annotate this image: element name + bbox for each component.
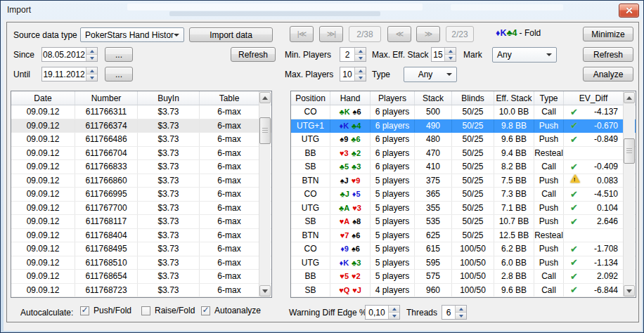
- hand-row[interactable]: BTN♠J♥95 players37550/257.5 BBPush!0.083: [291, 174, 636, 188]
- close-button[interactable]: [619, 4, 639, 18]
- tournament-row[interactable]: 09.09.12611766311$3.736-max: [11, 105, 271, 119]
- hand-row[interactable]: CO♣J♦55 players36550/257.3 BBCall✔-4.510: [291, 188, 636, 202]
- titlebar[interactable]: Import: [1, 1, 643, 20]
- column-header-players[interactable]: Players: [371, 91, 415, 105]
- minimize-button[interactable]: Minimize: [583, 27, 633, 41]
- threads-field[interactable]: 6: [442, 305, 467, 320]
- scrollbar-thumb[interactable]: [259, 117, 271, 144]
- refresh-right-button[interactable]: Refresh: [583, 47, 633, 62]
- table-cell: 5 players: [371, 256, 415, 270]
- column-header-hand[interactable]: Hand: [330, 91, 371, 105]
- min-players-field[interactable]: 2: [340, 47, 366, 62]
- warning-diff-edge-field[interactable]: 0,10: [365, 305, 400, 320]
- warning-diff-edge-spinner[interactable]: [388, 306, 399, 319]
- prev-tournament-button[interactable]: ≪: [387, 26, 411, 42]
- until-date-field[interactable]: 19.11.2012: [41, 67, 98, 81]
- since-date-spinner[interactable]: [86, 48, 97, 61]
- table-cell: ♦K♣3: [330, 256, 371, 270]
- checkbox-icon[interactable]: [80, 306, 89, 315]
- tournament-row[interactable]: 09.09.12611768654$3.736-max: [11, 270, 271, 284]
- table-cell: 6 players: [371, 133, 415, 146]
- column-header-position[interactable]: Position: [291, 91, 330, 105]
- column-header-table[interactable]: Table: [200, 91, 259, 105]
- push-fold-checkbox[interactable]: Push/Fold: [80, 306, 131, 315]
- first-hand-button[interactable]: |≪: [290, 26, 314, 42]
- column-header-date[interactable]: Date: [11, 91, 75, 105]
- hand-row[interactable]: BB♥5♥25 players575100/502.8 BBCall✔2.092: [291, 270, 636, 284]
- checkbox-icon[interactable]: [201, 306, 210, 315]
- min-players-spinner[interactable]: [354, 48, 366, 61]
- max-eff-stack-field[interactable]: 15: [431, 47, 456, 62]
- until-browse-button[interactable]: ...: [105, 67, 133, 81]
- threads-spinner[interactable]: [455, 306, 466, 319]
- table-cell: 5 players: [371, 215, 415, 228]
- column-header-buyin[interactable]: BuyIn: [138, 91, 200, 105]
- column-header-eff-stack[interactable]: Eff. Stack: [494, 91, 534, 105]
- column-header-ev-diff[interactable]: EV_Diff: [564, 91, 624, 105]
- last-hand-button[interactable]: ≫|: [319, 26, 343, 42]
- scroll-down-icon[interactable]: [624, 285, 635, 296]
- hand-row[interactable]: SB♣5♣36 players41050/258.2 BBCall✔-0.409: [291, 160, 636, 174]
- scroll-up-icon[interactable]: [624, 92, 635, 103]
- hand-row[interactable]: BTN♥7♠65 players62550/2512.5 BBResteal: [291, 229, 636, 243]
- next-tournament-button[interactable]: ≫: [416, 26, 440, 42]
- column-header-type[interactable]: Type: [534, 91, 564, 105]
- hand-row[interactable]: BB♥3♣26 players47050/259.4 BBResteal: [291, 147, 636, 161]
- source-type-combobox[interactable]: PokerStars Hand History: [80, 27, 184, 42]
- tournament-row[interactable]: 09.09.12611768510$3.736-max: [11, 256, 271, 270]
- type-combobox[interactable]: Any: [404, 67, 457, 82]
- mark-combobox[interactable]: Any: [492, 47, 557, 63]
- tournament-row[interactable]: 09.09.12611766995$3.736-max: [11, 188, 271, 202]
- hand-row[interactable]: UTG+1♦K♣46 players49050/259.8 BBPush✔-0.…: [291, 119, 636, 133]
- tournament-row[interactable]: 09.09.12611767700$3.736-max: [11, 202, 271, 216]
- tournament-row[interactable]: 09.09.12611768404$3.736-max: [11, 229, 271, 243]
- hand-row[interactable]: CO♣K♠66 players50050/2510.0 BBCall✔-4.13…: [291, 105, 636, 119]
- column-header-number[interactable]: Number: [75, 91, 138, 105]
- hand-row[interactable]: CO♦9♠65 players615100/506.2 BBPush✔-1.70…: [291, 242, 636, 256]
- table-cell: 611768404: [75, 229, 138, 242]
- tournament-row[interactable]: 09.09.12611766860$3.736-max: [11, 174, 271, 188]
- tournament-row[interactable]: 09.09.12611766374$3.736-max: [11, 119, 271, 133]
- max-eff-stack-spinner[interactable]: [444, 48, 456, 61]
- refresh-button[interactable]: Refresh: [231, 47, 276, 62]
- max-players-spinner[interactable]: [354, 67, 366, 81]
- import-data-button[interactable]: Import data: [189, 27, 273, 42]
- table-cell: 615: [415, 242, 452, 256]
- card-club-5: ♣5: [340, 162, 349, 171]
- table-cell: 5 players: [371, 202, 415, 215]
- analyze-button[interactable]: Analyze: [583, 67, 633, 81]
- raise-fold-checkbox[interactable]: Raise/Fold: [141, 306, 195, 315]
- table-cell: 611766995: [75, 188, 138, 201]
- table-cell: 100/50: [452, 242, 494, 256]
- hands-scrollbar[interactable]: [623, 92, 635, 296]
- tournament-row[interactable]: 09.09.12611766486$3.736-max: [11, 133, 271, 147]
- hand-row[interactable]: UTG♣A♥35 players35550/257.1 BBPush✔0.104: [291, 202, 636, 216]
- card-club-K: ♣K: [339, 107, 349, 116]
- since-browse-button[interactable]: ...: [105, 47, 133, 62]
- tournament-row[interactable]: 09.09.12611768723$3.736-max: [11, 284, 271, 298]
- table-cell: Push: [534, 133, 564, 146]
- warning-diff-edge-value: 0,10: [366, 306, 388, 319]
- checkbox-icon[interactable]: [141, 306, 150, 315]
- since-date-field[interactable]: 08.05.2012: [41, 47, 98, 62]
- tournament-row[interactable]: 09.09.12611766704$3.736-max: [11, 147, 271, 161]
- hand-row[interactable]: UTG♦K♣35 players595100/506.0 BBPush✔-1.1…: [291, 256, 636, 270]
- table-cell: 50/25: [452, 188, 494, 201]
- hand-row[interactable]: UTG♠9♣66 players48050/259.6 BBPush✔-0.84…: [291, 133, 636, 147]
- titlebar-glass-streak: [451, 4, 563, 11]
- table-cell: $3.73: [138, 147, 200, 160]
- tournament-row[interactable]: 09.09.12611768117$3.736-max: [11, 215, 271, 229]
- until-date-spinner[interactable]: [86, 67, 97, 81]
- column-header-stack[interactable]: Stack: [415, 91, 452, 105]
- scroll-up-icon[interactable]: [259, 92, 271, 103]
- hand-row[interactable]: SB♥A♠85 players53550/2510.7 BBPush✔2.646: [291, 215, 636, 229]
- scrollbar-thumb[interactable]: [624, 138, 635, 164]
- tournament-row[interactable]: 09.09.12611768495$3.736-max: [11, 242, 271, 256]
- autoanalyze-checkbox[interactable]: Autoanalyze: [201, 306, 261, 315]
- hand-row[interactable]: SB♥Q♥J4 players960100/509.6 BBCall✔-6.84…: [291, 284, 636, 298]
- tournament-row[interactable]: 09.09.12611766833$3.736-max: [11, 160, 271, 174]
- scroll-down-icon[interactable]: [259, 285, 271, 296]
- tournaments-scrollbar[interactable]: [259, 92, 271, 296]
- column-header-blinds[interactable]: Blinds: [452, 91, 494, 105]
- max-players-field[interactable]: 10: [340, 67, 366, 81]
